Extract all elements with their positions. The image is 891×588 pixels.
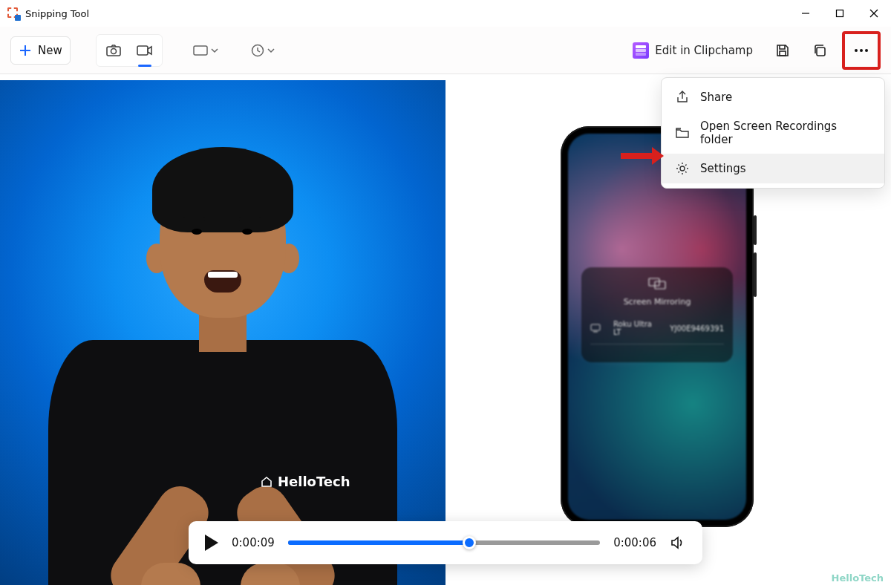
svg-point-15 bbox=[865, 49, 868, 52]
ellipsis-icon bbox=[854, 48, 869, 53]
svg-point-14 bbox=[860, 49, 863, 52]
more-options-button[interactable] bbox=[842, 31, 881, 70]
screen-mirroring-card: Screen Mirroring Roku Ultra LT YJ00E9469… bbox=[581, 267, 733, 362]
gear-icon bbox=[675, 161, 690, 176]
remaining-time: 0:00:06 bbox=[613, 536, 656, 549]
chevron-down-icon bbox=[210, 46, 219, 55]
menu-item-share[interactable]: Share bbox=[662, 82, 884, 112]
copy-icon bbox=[812, 43, 827, 58]
minimize-button[interactable] bbox=[789, 0, 823, 27]
elapsed-time: 0:00:09 bbox=[232, 536, 275, 549]
mirroring-device-item[interactable]: Roku Ultra LT YJ00E9469391 bbox=[590, 320, 724, 344]
watermark: HelloTech bbox=[832, 572, 884, 584]
menu-item-settings-label: Settings bbox=[700, 162, 746, 175]
svg-point-7 bbox=[111, 48, 116, 53]
close-button[interactable] bbox=[857, 0, 891, 27]
menu-item-share-label: Share bbox=[700, 91, 732, 104]
save-button[interactable] bbox=[768, 36, 797, 65]
device-name: Roku Ultra LT bbox=[613, 320, 653, 336]
capture-mode-group bbox=[96, 34, 163, 67]
svg-rect-8 bbox=[137, 46, 148, 55]
clipchamp-label: Edit in Clipchamp bbox=[655, 44, 753, 57]
tv-icon bbox=[590, 324, 607, 333]
menu-item-settings[interactable]: Settings bbox=[662, 154, 884, 183]
new-button[interactable]: New bbox=[10, 36, 71, 65]
video-camera-icon bbox=[136, 44, 154, 57]
copy-button[interactable] bbox=[805, 36, 835, 65]
app-title: Snipping Tool bbox=[25, 8, 89, 19]
clock-icon bbox=[250, 43, 265, 58]
rectangle-icon bbox=[192, 45, 209, 56]
seek-slider[interactable] bbox=[288, 540, 600, 545]
svg-rect-1 bbox=[837, 10, 843, 17]
volume-button[interactable] bbox=[670, 535, 686, 550]
video-mode-button[interactable] bbox=[129, 36, 160, 65]
device-id: YJ00E9469391 bbox=[670, 324, 724, 333]
video-controls: 0:00:09 0:00:06 bbox=[189, 521, 702, 564]
app-icon bbox=[7, 7, 19, 19]
delay-dropdown[interactable] bbox=[246, 36, 280, 65]
speaker-icon bbox=[670, 535, 686, 550]
snip-shape-dropdown[interactable] bbox=[188, 36, 223, 65]
toolbar: New Edit in Clipchamp bbox=[0, 27, 891, 74]
menu-item-open-folder-label: Open Screen Recordings folder bbox=[700, 120, 871, 146]
person-illustration: HelloTech bbox=[30, 132, 416, 585]
maximize-button[interactable] bbox=[823, 0, 857, 27]
chevron-down-icon bbox=[267, 46, 275, 55]
menu-item-open-recordings-folder[interactable]: Open Screen Recordings folder bbox=[662, 112, 884, 154]
svg-rect-21 bbox=[591, 324, 600, 330]
folder-icon bbox=[675, 125, 690, 140]
titlebar: Snipping Tool bbox=[0, 0, 891, 27]
phone-screen: Screen Mirroring Roku Ultra LT YJ00E9469… bbox=[568, 134, 746, 520]
share-icon bbox=[675, 90, 690, 105]
svg-marker-18 bbox=[652, 147, 664, 165]
svg-rect-11 bbox=[780, 51, 786, 56]
more-options-menu: Share Open Screen Recordings folder Sett… bbox=[661, 77, 885, 189]
annotation-arrow bbox=[619, 146, 664, 166]
edit-in-clipchamp-button[interactable]: Edit in Clipchamp bbox=[625, 42, 760, 59]
svg-rect-9 bbox=[194, 46, 207, 55]
play-button[interactable] bbox=[205, 535, 218, 551]
svg-rect-12 bbox=[817, 48, 825, 56]
screen-mirroring-icon bbox=[648, 278, 666, 290]
photo-mode-button[interactable] bbox=[98, 36, 129, 65]
seek-fill bbox=[288, 540, 469, 545]
video-preview-frame: HelloTech bbox=[0, 80, 446, 585]
seek-thumb[interactable] bbox=[463, 536, 476, 549]
svg-point-16 bbox=[680, 166, 685, 171]
screen-mirroring-title: Screen Mirroring bbox=[590, 297, 724, 307]
camera-icon bbox=[105, 43, 122, 58]
shirt-logo: HelloTech bbox=[260, 474, 350, 489]
save-icon bbox=[775, 43, 790, 58]
new-button-label: New bbox=[38, 44, 62, 57]
clipchamp-icon bbox=[633, 42, 649, 59]
svg-rect-19 bbox=[649, 278, 659, 286]
svg-rect-20 bbox=[655, 281, 665, 289]
svg-point-13 bbox=[855, 49, 858, 52]
